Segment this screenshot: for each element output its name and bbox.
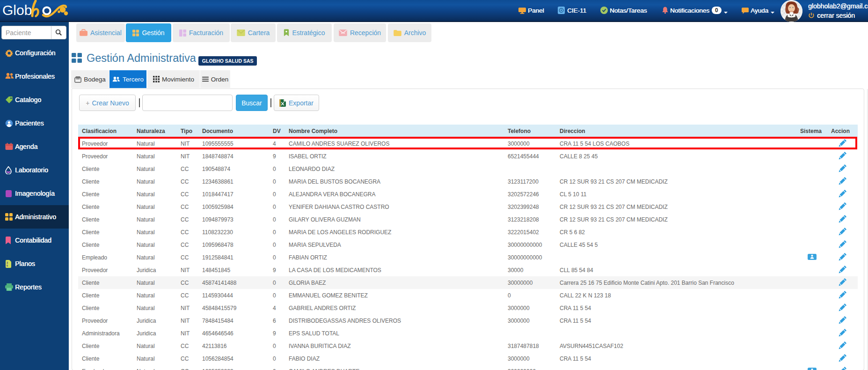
svg-text:Glob: Glob — [2, 2, 32, 18]
